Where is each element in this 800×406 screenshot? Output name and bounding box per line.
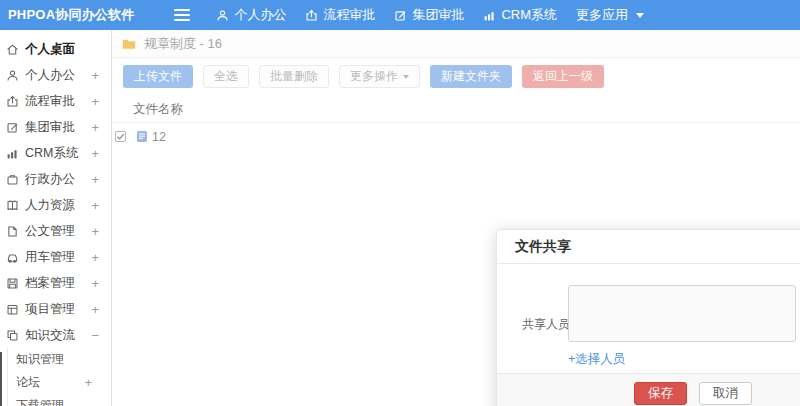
new-folder-button[interactable]: 新建文件夹	[430, 65, 512, 88]
breadcrumb: 规章制度 - 16	[112, 30, 800, 58]
top-header: PHPOA协同办公软件 个人办公 流程审批 集团审批	[0, 0, 800, 30]
hamburger-menu-icon[interactable]	[174, 9, 190, 21]
share-people-label: 共享人员	[522, 316, 570, 333]
home-icon	[6, 43, 19, 56]
file-document-icon	[136, 130, 148, 143]
nav-crm-system[interactable]: CRM系统	[483, 6, 557, 24]
share-people-textarea[interactable]	[568, 285, 796, 342]
row-checkbox[interactable]	[115, 131, 126, 142]
modal-header: 文件共享	[497, 230, 800, 264]
sidebar-item-personal-office[interactable]: 个人办公 +	[0, 62, 111, 88]
document-icon	[6, 225, 19, 238]
approve-edit-icon	[6, 121, 19, 134]
sidebar-subitem-forum[interactable]: 论坛 +	[16, 371, 111, 394]
bar-chart-icon	[6, 147, 19, 160]
more-actions-dropdown[interactable]: 更多操作	[339, 65, 420, 88]
project-icon	[6, 303, 19, 316]
sidebar-item-official-documents[interactable]: 公文管理 +	[0, 218, 111, 244]
folder-icon	[122, 38, 136, 50]
archive-icon	[6, 277, 19, 290]
sidebar-item-admin-office[interactable]: 行政办公 +	[0, 166, 111, 192]
sidebar-item-process-approval[interactable]: 流程审批 +	[0, 88, 111, 114]
process-icon	[305, 9, 318, 22]
sidebar-item-project-management[interactable]: 项目管理 +	[0, 296, 111, 322]
caret-down-icon	[403, 75, 409, 79]
car-icon	[6, 251, 19, 264]
sidebar-item-crm-system[interactable]: CRM系统 +	[0, 140, 111, 166]
caret-down-icon	[636, 13, 644, 18]
sidebar-subitem-knowledge-management[interactable]: 知识管理	[16, 348, 111, 371]
sidebar-item-archive-management[interactable]: 档案管理 +	[0, 270, 111, 296]
nav-personal-office[interactable]: 个人办公	[216, 6, 286, 24]
checkmark-icon	[116, 132, 125, 141]
nav-more-apps[interactable]: 更多应用	[576, 6, 644, 24]
sidebar-scrollbar[interactable]	[0, 352, 2, 406]
file-table-row[interactable]: 12	[112, 123, 800, 150]
share-icon	[6, 329, 19, 342]
app-window: PHPOA协同办公软件 个人办公 流程审批 集团审批	[0, 0, 800, 406]
process-icon	[6, 95, 19, 108]
sidebar-subitem-download-management[interactable]: 下载管理	[16, 394, 111, 406]
save-button[interactable]: 保存	[634, 382, 687, 405]
app-logo: PHPOA协同办公软件	[0, 6, 134, 24]
sidebar: 个人桌面 个人办公 + 流程审批 + 集团审批 +	[0, 30, 112, 406]
bar-chart-icon	[483, 9, 496, 22]
file-share-modal: 文件共享 共享人员 +选择人员 保存 取消	[496, 229, 800, 406]
file-table-header: 文件名称	[112, 97, 800, 123]
cancel-button[interactable]: 取消	[699, 382, 752, 405]
select-people-link[interactable]: +选择人员	[568, 351, 625, 368]
go-back-button[interactable]: 返回上一级	[522, 65, 604, 88]
toolbar: 上传文件 全选 批量删除 更多操作 新建文件夹 返回上一级	[112, 58, 800, 95]
sidebar-item-human-resources[interactable]: 人力资源 +	[0, 192, 111, 218]
approve-edit-icon	[394, 9, 407, 22]
sidebar-submenu-knowledge: 知识管理 论坛 + 下载管理	[7, 348, 111, 406]
sidebar-item-personal-desktop[interactable]: 个人桌面	[0, 36, 111, 62]
sidebar-item-group-approval[interactable]: 集团审批 +	[0, 114, 111, 140]
nav-group-approval[interactable]: 集团审批	[394, 6, 464, 24]
sidebar-item-knowledge-exchange[interactable]: 知识交流 −	[0, 322, 111, 348]
top-navigation: 个人办公 流程审批 集团审批 CRM系统 更多应用	[216, 6, 644, 24]
nav-process-approval[interactable]: 流程审批	[305, 6, 375, 24]
user-icon	[216, 9, 229, 22]
modal-footer: 保存 取消	[497, 373, 800, 406]
batch-delete-button[interactable]: 批量删除	[259, 65, 329, 88]
modal-body: 共享人员 +选择人员	[497, 264, 800, 372]
select-all-button[interactable]: 全选	[203, 65, 249, 88]
upload-file-button[interactable]: 上传文件	[123, 65, 193, 88]
briefcase-icon	[6, 173, 19, 186]
user-icon	[6, 69, 19, 82]
sidebar-item-vehicle-management[interactable]: 用车管理 +	[0, 244, 111, 270]
modal-title: 文件共享	[515, 238, 571, 256]
book-icon	[6, 199, 19, 212]
file-name: 12	[152, 130, 166, 144]
